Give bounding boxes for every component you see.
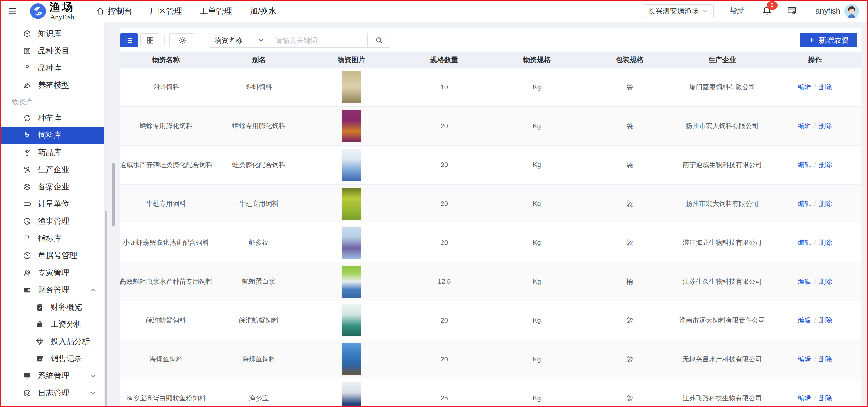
sidebar-item-rose[interactable]: 饲料库 — [0, 127, 104, 144]
delete-link[interactable]: 删除 — [819, 316, 832, 325]
list-view-button[interactable] — [120, 33, 138, 47]
sidebar-item-label: 日志管理 — [38, 388, 69, 398]
sidebar-item-molecule[interactable]: 药品库 — [0, 144, 104, 161]
help-link[interactable]: 帮助 — [730, 6, 745, 16]
toolbar: 物资名称 新增农资 — [120, 28, 861, 52]
sidebar-item-users[interactable]: 专家管理 — [0, 264, 104, 281]
filter-field-value: 物资名称 — [215, 36, 242, 45]
unit-icon — [23, 200, 31, 208]
sidebar-item-label: 知识库 — [38, 28, 61, 39]
nav-item-2[interactable]: 厂区管理 — [150, 6, 182, 17]
sidebar-item-layers[interactable]: 备案企业 — [0, 178, 104, 195]
edit-link[interactable]: 编辑 — [798, 199, 811, 208]
notification-bell-icon[interactable]: 0 — [762, 5, 772, 17]
spec-quantity-cell: 20 — [398, 161, 491, 169]
sidebar-item-flag[interactable]: 指标库 — [0, 230, 104, 247]
add-material-button[interactable]: 新增农资 — [800, 33, 857, 47]
sidebar-item-leaf[interactable]: 养殖模型 — [0, 76, 104, 94]
column-header: 物资名称 — [120, 55, 213, 64]
sidebar-item-box[interactable]: 知识库 — [0, 25, 104, 42]
alias-cell: 渔乡宝 — [213, 394, 305, 403]
material-spec-cell: Kg — [491, 317, 584, 324]
material-spec-cell: Kg — [491, 239, 584, 247]
edit-link[interactable]: 编辑 — [798, 277, 811, 286]
edit-link[interactable]: 编辑 — [798, 122, 811, 130]
product-package-image — [342, 343, 361, 375]
nav-item-1[interactable]: 控制台 — [96, 6, 132, 17]
table-row: 小龙虾螃蟹膨化熟化配合饲料虾多福20Kg袋潜江海龙生物科技有限公司编辑/删除 — [120, 223, 861, 262]
sidebar-item-question[interactable]: 单据号管理 — [0, 247, 104, 264]
sidebar-item-clipboard[interactable]: 财务概览 — [0, 299, 104, 316]
edit-link[interactable]: 编辑 — [798, 316, 811, 325]
edit-link[interactable]: 编辑 — [798, 83, 811, 92]
alias-cell: 蛙类膨化配合饲料 — [213, 160, 305, 169]
edit-link[interactable]: 编辑 — [798, 355, 811, 364]
sidebar-item-label: 财务概览 — [51, 302, 82, 312]
username-label[interactable]: anyfish — [815, 6, 840, 16]
hamburger-menu-icon[interactable] — [7, 5, 19, 17]
delete-link[interactable]: 删除 — [819, 277, 832, 286]
action-separator: / — [814, 355, 816, 363]
hexagon-icon — [23, 389, 31, 397]
sidebar-item-bag[interactable]: 工资分析 — [0, 316, 104, 333]
package-spec-cell: 袋 — [583, 122, 676, 130]
farm-select-dropdown[interactable]: 长兴泗安塘渔场 — [643, 4, 714, 18]
delete-link[interactable]: 删除 — [819, 122, 832, 130]
material-name-cell: 小龙虾螃蟹膨化熟化配合饲料 — [120, 238, 213, 247]
question-icon — [23, 251, 31, 260]
filter-field-select[interactable]: 物资名称 — [209, 33, 270, 47]
material-image-cell — [305, 188, 398, 220]
table-row: 皖淮螃蟹饲料皖淮螃蟹饲料20Kg袋淮南市远大饲料有限责任公司编辑/删除 — [120, 301, 861, 340]
sidebar-item-label: 投入品分析 — [51, 336, 90, 347]
sidebar-item-user-plus[interactable]: 生产企业 — [0, 161, 104, 178]
delete-link[interactable]: 删除 — [819, 199, 832, 208]
column-settings-button[interactable] — [169, 33, 195, 47]
flag-icon — [23, 234, 31, 243]
nav-item-3[interactable]: 工单管理 — [200, 6, 232, 17]
package-spec-cell: 袋 — [583, 394, 676, 403]
rose-icon — [23, 131, 31, 139]
sidebar-item-pin[interactable]: 品种库 — [0, 59, 104, 76]
workbench-settings-icon[interactable] — [786, 5, 797, 17]
action-separator: / — [814, 83, 816, 91]
chevron-down-icon — [701, 7, 709, 15]
user-avatar[interactable] — [844, 4, 859, 19]
edit-link[interactable]: 编辑 — [798, 160, 811, 169]
sidebar-item-refresh[interactable]: 种苗库 — [0, 109, 104, 127]
sidebar-item-label: 计量单位 — [38, 199, 69, 209]
edit-link[interactable]: 编辑 — [798, 238, 811, 247]
sidebar-item-wallet[interactable]: 财务管理 — [0, 281, 104, 299]
sidebar-item-dice[interactable]: 品种类目 — [0, 42, 104, 59]
list-view-icon — [125, 36, 133, 44]
delete-link[interactable]: 删除 — [819, 355, 832, 364]
manufacturer-cell: 厦门嘉康饲料有限公司 — [676, 83, 769, 92]
chevron-down-icon — [90, 390, 96, 397]
nav-item-4[interactable]: 加/换水 — [250, 6, 277, 17]
sidebar-item-diamond[interactable]: 投入品分析 — [0, 333, 104, 350]
search-input[interactable] — [270, 33, 367, 47]
grid-view-button[interactable] — [141, 33, 159, 47]
product-package-image — [342, 305, 361, 337]
delete-link[interactable]: 删除 — [819, 160, 832, 169]
sidebar-item-unit[interactable]: 计量单位 — [0, 195, 104, 213]
product-package-image — [342, 71, 361, 103]
gear-icon — [178, 36, 187, 44]
action-separator: / — [814, 317, 816, 324]
sidebar-item-pie[interactable]: 渔事管理 — [0, 213, 104, 230]
delete-link[interactable]: 删除 — [819, 238, 832, 247]
sidebar-item-hexagon[interactable]: 日志管理 — [0, 384, 104, 402]
sidebar-item-label: 品种类目 — [38, 45, 69, 56]
sidebar-scrollbar-thumb[interactable] — [104, 211, 107, 407]
brand-logo: 渔场 AnyFish — [30, 1, 75, 21]
edit-link[interactable]: 编辑 — [798, 394, 811, 403]
delete-link[interactable]: 删除 — [819, 394, 832, 403]
sidebar-item-inbox[interactable]: 销售记录 — [0, 350, 104, 367]
delete-link[interactable]: 删除 — [819, 83, 832, 92]
material-spec-cell: Kg — [491, 122, 584, 130]
search-button[interactable] — [367, 33, 391, 47]
sidebar-item-monitor[interactable]: 系统管理 — [0, 367, 104, 384]
table-row: 海烁鱼饲料海烁鱼饲料20Kg袋无棣兴昌水产科技有限公司编辑/删除 — [120, 340, 861, 379]
main-scrollbar-thumb[interactable] — [112, 163, 115, 226]
spec-quantity-cell: 20 — [398, 355, 491, 363]
alias-cell: 牛蛙专用饲料 — [213, 199, 305, 208]
